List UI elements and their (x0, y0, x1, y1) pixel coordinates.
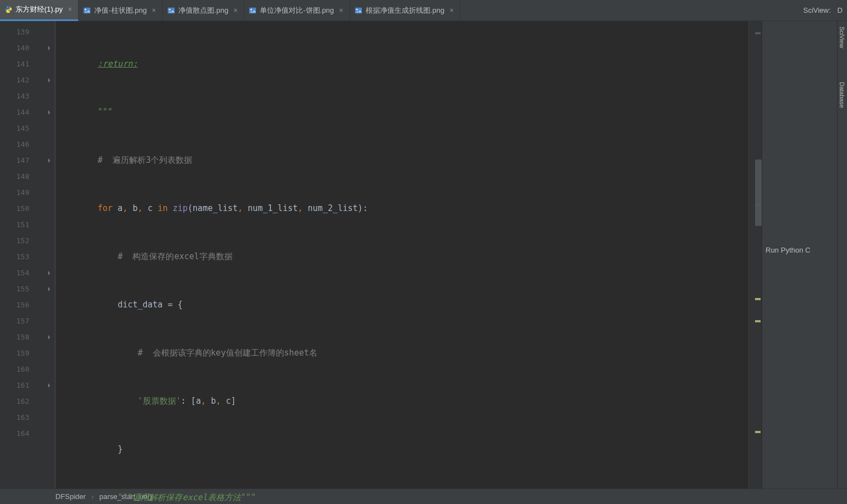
fold-icon[interactable] (47, 270, 53, 276)
image-file-icon (83, 7, 91, 14)
line-number: 139 (0, 24, 55, 40)
fold-icon[interactable] (47, 335, 53, 340)
fold-icon[interactable] (47, 286, 53, 292)
line-number: 154 (0, 265, 55, 281)
sciview-tab-d[interactable]: D (838, 6, 847, 14)
svg-point-0 (7, 7, 8, 7)
line-number: 140 (0, 40, 55, 56)
scrollbar-thumb[interactable] (755, 160, 762, 226)
close-icon[interactable]: × (66, 6, 74, 13)
line-number: 144 (0, 104, 55, 120)
svg-point-5 (169, 8, 171, 10)
line-number: 151 (0, 217, 55, 233)
svg-rect-8 (355, 7, 362, 13)
line-number: 164 (0, 425, 55, 441)
svg-point-7 (250, 8, 252, 10)
line-number: 162 (0, 393, 55, 409)
editor-minimap[interactable] (748, 21, 762, 488)
sciview-panel: Run Python C (762, 21, 837, 488)
image-file-icon (249, 7, 256, 14)
line-number: 157 (0, 313, 55, 329)
close-icon[interactable]: × (337, 7, 345, 14)
tool-tab-database[interactable]: Database (839, 82, 845, 108)
right-tool-window-bar: SciView Database (837, 21, 847, 488)
line-number: 155 (0, 281, 55, 297)
sciview-panel-title: SciView: (797, 6, 838, 14)
fold-icon[interactable] (47, 383, 53, 388)
code-editor[interactable]: :return: """ # 遍历解析3个列表数据 for a, b, c in… (55, 21, 748, 488)
line-number: 141 (0, 56, 55, 72)
tool-tab-sciview[interactable]: SciView (839, 27, 845, 48)
line-number: 153 (0, 249, 55, 265)
python-file-icon (4, 6, 12, 13)
tab-label: 净值散点图.png (178, 6, 228, 16)
line-number: 156 (0, 297, 55, 313)
main-area: 1391401411421431441451461471481491501511… (0, 21, 847, 488)
close-icon[interactable]: × (448, 7, 455, 14)
svg-rect-4 (168, 7, 174, 13)
svg-point-1 (9, 12, 9, 12)
tab-label: 单位净值对比-饼图.png (260, 6, 334, 16)
tab-file-image[interactable]: 净值散点图.png × (163, 0, 244, 21)
svg-rect-6 (249, 7, 256, 13)
line-number: 149 (0, 184, 55, 200)
line-number: 148 (0, 168, 55, 184)
close-icon[interactable]: × (232, 7, 239, 14)
line-number: 161 (0, 377, 55, 393)
line-number: 160 (0, 361, 55, 377)
editor-tab-bar: 东方财经(1).py × 净值-柱状图.png × 净值散点图.png × 单位… (0, 0, 847, 21)
svg-point-3 (85, 8, 86, 10)
docstring-return: :return: (97, 59, 137, 69)
fold-icon[interactable] (47, 78, 53, 83)
line-number: 163 (0, 409, 55, 425)
line-number: 142 (0, 72, 55, 88)
tab-label: 净值-柱状图.png (94, 6, 147, 16)
line-number: 143 (0, 88, 55, 104)
tab-label: 东方财经(1).py (16, 4, 63, 14)
line-number: 146 (0, 136, 55, 152)
fold-icon[interactable] (47, 158, 53, 163)
line-number: 159 (0, 345, 55, 361)
svg-point-9 (356, 8, 358, 10)
tab-label: 根据净值生成折线图.png (366, 6, 444, 16)
close-icon[interactable]: × (150, 7, 158, 14)
fold-icon[interactable] (47, 110, 53, 115)
image-file-icon (355, 7, 362, 14)
line-number: 152 (0, 233, 55, 249)
run-python-console-link[interactable]: Run Python C (766, 246, 810, 254)
tab-file-python[interactable]: 东方财经(1).py × (0, 0, 79, 21)
image-file-icon (167, 7, 175, 14)
line-number: 150 (0, 200, 55, 217)
fold-icon[interactable] (47, 45, 53, 51)
line-number: 145 (0, 120, 55, 136)
tab-file-image[interactable]: 净值-柱状图.png × (79, 0, 163, 21)
svg-rect-2 (84, 7, 90, 13)
line-number: 147 (0, 152, 55, 168)
tab-file-image[interactable]: 根据净值生成折线图.png × (350, 0, 460, 21)
line-number-gutter: 1391401411421431441451461471481491501511… (0, 21, 55, 488)
tab-file-image[interactable]: 单位净值对比-饼图.png × (244, 0, 350, 21)
line-number: 158 (0, 329, 55, 345)
